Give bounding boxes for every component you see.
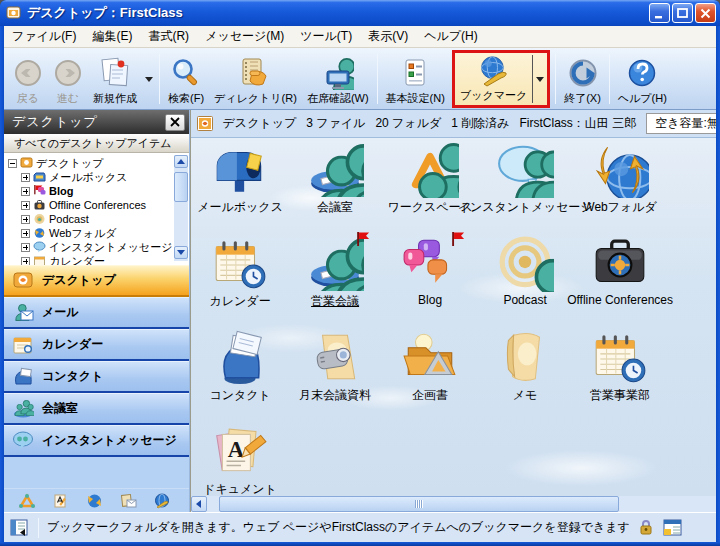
layout-panel-icon[interactable] [663,519,682,536]
nav-mail[interactable]: メール [4,297,189,329]
tree-scrollbar[interactable] [174,155,188,261]
directory-button[interactable]: ディレクトリ(R) [209,50,302,108]
panel-close-button[interactable] [165,114,185,131]
collapse-box-icon[interactable] [8,159,17,168]
bookmarks-icon[interactable] [154,493,171,509]
desktop-item-blog[interactable]: Blog [383,236,478,330]
new-message-dropdown[interactable] [142,50,156,108]
expand-box-icon[interactable] [21,187,30,196]
desktop-item-sales-department[interactable]: 営業事業部 [573,330,668,424]
desktop-item-conference-room[interactable]: 会議室 [288,142,383,236]
desktop-item-meeting-material[interactable]: 月末会議資料 [288,330,383,424]
back-button[interactable]: 戻る [8,50,48,108]
new-message-button[interactable]: 新規作成 [88,50,142,108]
desktop-item-offline-conferences[interactable]: Offline Conferences [573,236,668,330]
window-title: デスクトップ：FirstClass [27,4,647,22]
desktop-item-mailbox[interactable]: メールボックス [193,142,288,236]
icon-grid: メールボックス 会議室 [193,142,671,496]
tree-item-instant-message[interactable]: インスタントメッセージ [8,240,173,254]
nav-desktop[interactable]: デスクトップ [4,265,189,297]
nav-calendar[interactable]: カレンダー [4,329,189,361]
toggle-panel-icon[interactable] [10,519,30,537]
horizontal-scroll-thumb[interactable] [219,496,619,512]
tree-item-desktop[interactable]: デスクトップ [8,156,173,170]
menu-view[interactable]: 表示(V) [360,25,416,48]
bookmark-button[interactable]: ブックマーク [455,53,532,105]
logged-in-user: FirstClass：山田 三郎 [520,115,637,132]
desktop-icon [12,271,34,291]
tree-item-mailbox[interactable]: メールボックス [8,170,173,184]
sales-department-icon [591,330,649,386]
sales-meeting-icon [306,236,364,292]
deleted-count: 1 削除済み [451,115,509,132]
horizontal-scrollbar[interactable] [191,496,720,512]
desktop-item-contacts[interactable]: コンタクト [193,330,288,424]
quick-icon-strip [4,488,189,512]
file-count: 3 ファイル [306,115,365,132]
podcast-icon [496,236,554,292]
news-icon[interactable] [120,493,137,509]
search-button[interactable]: 検索(F) [163,50,209,108]
web-folder-icon[interactable] [86,493,103,509]
exit-button[interactable]: 終了(X) [559,50,606,108]
toolbar: 戻る 進む 新規作成 [4,48,716,110]
documents-icon[interactable] [53,493,69,509]
scroll-up-icon[interactable] [174,155,188,168]
tree-item-webfolder[interactable]: Webフォルダ [8,226,173,240]
expand-box-icon[interactable] [21,201,30,210]
expand-box-icon[interactable] [21,257,30,266]
bookmark-dropdown[interactable] [533,53,547,105]
quota-indicator: 空き容量:無制限 [646,113,720,134]
expand-box-icon[interactable] [21,229,30,238]
tree-item-podcast[interactable]: Podcast [8,212,173,226]
help-button[interactable]: ヘルプ(H) [613,50,672,108]
desktop-item-documents[interactable]: A ドキュメント [193,424,288,496]
mailbox-icon [33,171,46,183]
lock-icon [639,519,653,536]
desktop-item-proposal[interactable]: 企画書 [383,330,478,424]
menu-edit[interactable]: 編集(E) [84,25,140,48]
panel-title: デスクトップ [12,113,165,131]
workspace-icon [401,142,459,198]
workspace-icon[interactable] [18,493,36,509]
close-button[interactable] [695,3,716,23]
minimize-button[interactable] [649,3,670,23]
preferences-button[interactable]: 基本設定(N) [381,50,450,108]
expand-box-icon[interactable] [21,173,30,182]
desktop-item-workspace[interactable]: ワークスペース [383,142,478,236]
expand-box-icon[interactable] [21,243,30,252]
desktop-tree: デスクトップ メールボックス Bl [4,153,189,265]
blog-icon [401,236,459,292]
title-bar[interactable]: デスクトップ：FirstClass [0,0,720,26]
menu-tools[interactable]: ツール(T) [292,25,360,48]
web-folder-icon [591,142,649,198]
desktop-panel: デスクトップ すべてのデスクトップアイテム デスクトップ [4,110,189,512]
nav-contacts[interactable]: コンタクト [4,361,189,393]
desktop-item-sales-meeting[interactable]: 営業会議 [288,236,383,330]
menu-format[interactable]: 書式(R) [140,25,197,48]
desktop-item-instant-message[interactable]: インスタントメッセージ [478,142,573,236]
panel-subtitle: すべてのデスクトップアイテム [4,134,189,153]
presence-button[interactable]: 在席確認(W) [302,50,374,108]
scroll-down-icon[interactable] [174,246,188,259]
tree-item-blog[interactable]: Blog [8,184,173,198]
scroll-left-icon[interactable] [191,496,207,512]
tree-item-offline-conferences[interactable]: Offline Conferences [8,198,173,212]
forward-button[interactable]: 進む [48,50,88,108]
meeting-material-icon [306,330,364,386]
menu-message[interactable]: メッセージ(M) [197,25,292,48]
back-icon [13,55,43,91]
desktop-item-calendar[interactable]: カレンダー [193,236,288,330]
nav-conferences[interactable]: 会議室 [4,393,189,425]
contacts-icon [211,330,269,386]
nav-instant-message[interactable]: インスタントメッセージ [4,425,189,457]
menu-help[interactable]: ヘルプ(H) [416,25,486,48]
desktop-item-web-folder[interactable]: Webフォルダ [573,142,668,236]
expand-box-icon[interactable] [21,215,30,224]
tree-item-calendar[interactable]: カレンダー [8,254,173,265]
maximize-button[interactable] [672,3,693,23]
menu-file[interactable]: ファイル(F) [4,25,84,48]
desktop-item-memo[interactable]: メモ [478,330,573,424]
desktop-item-podcast[interactable]: Podcast [478,236,573,330]
status-bar: ブックマークフォルダを開きます。ウェブ ページやFirstClassのアイテムへ… [4,512,716,542]
